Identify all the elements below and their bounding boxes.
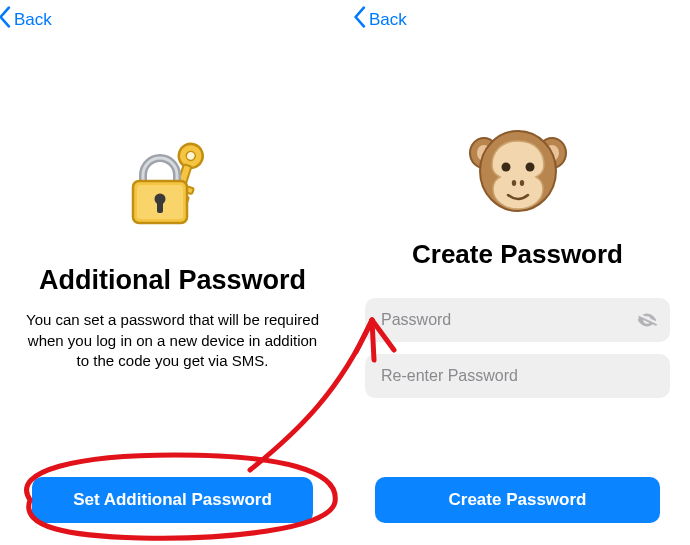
confirm-password-field-wrapper bbox=[365, 354, 670, 398]
svg-point-15 bbox=[525, 163, 534, 172]
page-title: Create Password bbox=[345, 239, 690, 270]
eye-off-icon[interactable] bbox=[636, 309, 658, 331]
password-input[interactable] bbox=[381, 311, 626, 329]
page-title: Additional Password bbox=[0, 265, 345, 296]
lock-key-icon bbox=[0, 141, 345, 227]
back-button[interactable]: Back bbox=[0, 0, 56, 33]
create-password-button[interactable]: Create Password bbox=[375, 477, 660, 523]
password-form bbox=[365, 298, 670, 398]
set-additional-password-button[interactable]: Set Additional Password bbox=[32, 477, 313, 523]
back-label: Back bbox=[14, 10, 52, 30]
chevron-left-icon bbox=[353, 6, 367, 33]
description-text: You can set a password that will be requ… bbox=[26, 310, 319, 372]
svg-rect-8 bbox=[157, 201, 163, 213]
svg-point-17 bbox=[519, 180, 523, 186]
back-label: Back bbox=[369, 10, 407, 30]
create-password-screen: Back Create Password bbox=[345, 0, 690, 545]
chevron-left-icon bbox=[0, 6, 12, 33]
password-field-wrapper bbox=[365, 298, 670, 342]
svg-point-14 bbox=[501, 163, 510, 172]
svg-point-16 bbox=[511, 180, 515, 186]
monkey-icon bbox=[345, 121, 690, 217]
additional-password-screen: Back Additional Password You can s bbox=[0, 0, 345, 545]
back-button[interactable]: Back bbox=[353, 0, 411, 33]
confirm-password-input[interactable] bbox=[381, 367, 626, 385]
